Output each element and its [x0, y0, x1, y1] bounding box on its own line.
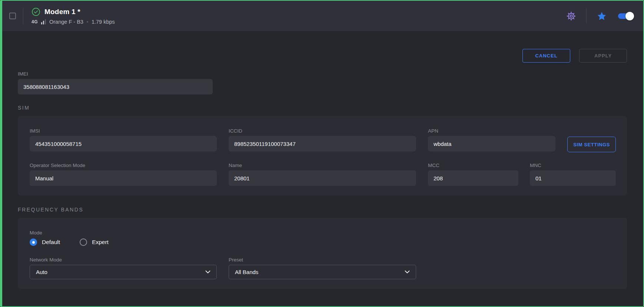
imei-label: IMEI	[18, 71, 213, 77]
network-mode-label: Network Mode	[30, 257, 217, 263]
imei-field-group: IMEI	[18, 71, 213, 94]
apn-row: APN SIM SETTINGS	[428, 128, 616, 152]
operator-label: Orange F - B3	[49, 19, 83, 25]
iccid-input[interactable]	[229, 136, 416, 151]
chevron-down-icon	[405, 270, 410, 274]
operator-mode-label: Operator Selection Mode	[30, 163, 217, 168]
apply-button[interactable]: APPLY	[579, 49, 627, 63]
chevron-down-icon	[205, 270, 210, 274]
form-actions: CANCEL APPLY	[18, 49, 627, 63]
apn-field-group: APN	[428, 128, 555, 152]
mnc-input[interactable]	[530, 170, 616, 186]
preset-label: Preset	[229, 257, 416, 263]
modem-title-block: Modem 1 * 4G Orange F - B3 1.79 kbps	[31, 7, 115, 25]
mnc-field-group: MNC	[530, 163, 616, 186]
header-actions	[566, 9, 633, 23]
data-rate-label: 1.79 kbps	[92, 19, 115, 25]
network-mode-field-group: Network Mode Auto	[30, 257, 217, 279]
preset-select[interactable]: All Bands	[229, 265, 416, 279]
name-field-group: Name	[229, 163, 416, 186]
imsi-input[interactable]	[30, 136, 217, 151]
toggle-knob	[625, 12, 634, 20]
modem-settings-form: CANCEL APPLY IMEI SIM IMSI ICCID	[2, 31, 643, 289]
network-mode-select[interactable]: Auto	[30, 265, 217, 279]
header-divider	[586, 9, 587, 23]
sim-settings-button[interactable]: SIM SETTINGS	[567, 137, 616, 152]
modem-header: Modem 1 * 4G Orange F - B3 1.79 kbps	[2, 1, 643, 31]
operator-mode-field-group: Operator Selection Mode	[30, 163, 217, 186]
radio-default-label: Default	[42, 239, 60, 246]
name-input[interactable]	[229, 170, 416, 186]
iccid-label: ICCID	[229, 128, 416, 134]
mode-radio-group: Mode Default Expert	[30, 230, 615, 246]
apn-label: APN	[428, 128, 555, 134]
imsi-label: IMSI	[30, 128, 217, 134]
radio-expert-label: Expert	[92, 239, 109, 246]
header-divider	[23, 8, 23, 24]
mcc-label: MCC	[428, 163, 518, 168]
mcc-field-group: MCC	[428, 163, 518, 186]
mcc-input[interactable]	[428, 170, 518, 186]
iccid-field-group: ICCID	[229, 128, 416, 152]
favorite-star-icon[interactable]	[597, 11, 607, 21]
preset-value: All Bands	[235, 269, 258, 275]
sim-panel: IMSI ICCID APN SIM SETTINGS	[18, 116, 627, 196]
modem-card: Modem 1 * 4G Orange F - B3 1.79 kbps	[0, 0, 644, 307]
dot-separator	[87, 21, 88, 23]
modem-select-checkbox[interactable]	[9, 13, 16, 19]
frequency-bands-section-title: FREQUENCY BANDS	[18, 207, 628, 213]
preset-field-group: Preset All Bands	[229, 257, 416, 279]
status-check-circle-icon	[31, 7, 40, 16]
signal-bars-icon	[41, 19, 46, 24]
cancel-button[interactable]: CANCEL	[522, 49, 570, 63]
modem-title: Modem 1 *	[44, 8, 80, 16]
frequency-bands-panel: Mode Default Expert Networ	[18, 218, 627, 289]
name-label: Name	[229, 163, 416, 168]
imei-input[interactable]	[18, 79, 213, 94]
sim-section-title: SIM	[18, 105, 628, 111]
radio-circle-icon	[30, 238, 37, 246]
modem-card-body: Modem 1 * 4G Orange F - B3 1.79 kbps	[2, 1, 643, 306]
modem-enable-toggle[interactable]	[618, 13, 633, 19]
gear-icon[interactable]	[566, 11, 576, 21]
network-tech-label: 4G	[31, 19, 38, 24]
radio-circle-icon	[80, 238, 87, 246]
operator-mode-input[interactable]	[30, 170, 217, 186]
mnc-label: MNC	[530, 163, 616, 168]
radio-default[interactable]: Default	[30, 238, 60, 246]
apn-input[interactable]	[428, 136, 555, 151]
network-mode-value: Auto	[36, 269, 47, 275]
imsi-field-group: IMSI	[30, 128, 217, 152]
mcc-mnc-row: MCC MNC	[428, 163, 616, 186]
radio-expert[interactable]: Expert	[80, 238, 109, 246]
mode-label: Mode	[30, 230, 615, 236]
